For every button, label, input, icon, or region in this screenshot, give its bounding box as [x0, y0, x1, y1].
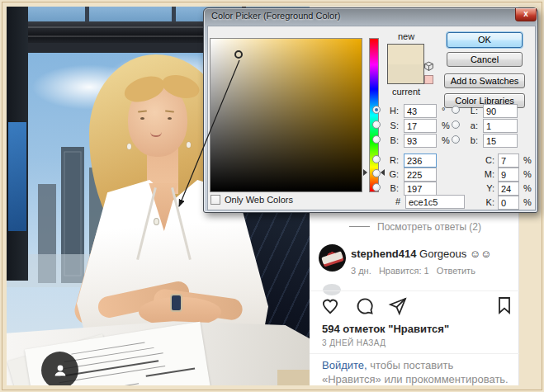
unit-y: % [523, 183, 532, 193]
input-r[interactable] [404, 153, 437, 168]
unit-m: % [523, 169, 532, 179]
earring [187, 142, 191, 148]
label-k: K: [476, 197, 494, 207]
comment-username[interactable]: stephend414 [351, 248, 416, 260]
input-s[interactable] [404, 119, 437, 133]
new-current-swatch [387, 44, 424, 84]
comment-reply-button[interactable]: Ответить [437, 266, 475, 276]
radio-h[interactable] [372, 106, 381, 114]
radio-b[interactable] [372, 135, 381, 144]
view-replies-link[interactable]: Посмотреть ответы (2) [377, 221, 481, 233]
post-timestamp: 3 ДНЕЙ НАЗАД [322, 338, 386, 347]
earring [127, 144, 131, 149]
screen-mullion [85, 7, 89, 23]
unit-h: ° [442, 106, 445, 116]
replies-dash [349, 226, 370, 227]
saturation-brightness-field[interactable] [210, 38, 362, 192]
unit-s: % [442, 120, 450, 130]
label-b: B: [382, 135, 399, 145]
label-l: L: [461, 106, 478, 116]
input-c[interactable] [498, 153, 519, 168]
unit-b: % [442, 135, 450, 145]
screenshot-frame: Посмотреть ответы (2) stephend414 Gorgeo… [0, 0, 544, 392]
gamut-color-swatch[interactable] [424, 75, 433, 84]
hex-hash-label: # [394, 196, 400, 206]
divider [310, 290, 519, 291]
comment-button[interactable] [355, 296, 375, 316]
comment-likes[interactable]: Нравится: 1 [379, 266, 429, 276]
bookmark-icon [494, 295, 514, 315]
studio-left-monitor-screen [8, 122, 26, 231]
paper-plane-icon [388, 296, 408, 316]
studio-floor [277, 370, 310, 385]
login-link[interactable]: Войдите, [322, 359, 367, 371]
only-web-colors-row: Only Web Colors [204, 193, 319, 207]
radio-r[interactable] [372, 155, 381, 163]
label-r: R: [382, 155, 399, 165]
input-y[interactable] [498, 182, 519, 196]
gamut-warning-cube-icon[interactable] [423, 61, 434, 72]
label-h: H: [382, 106, 399, 116]
input-l[interactable] [483, 104, 518, 118]
input-m[interactable] [498, 168, 519, 182]
label-g: G: [382, 169, 399, 179]
save-button[interactable] [494, 295, 514, 315]
login-prompt: Войдите, чтобы поставить «Нравится» или … [322, 358, 510, 386]
new-color-label: new [386, 31, 426, 41]
comment-text: Gorgeous ☺☺ [419, 248, 491, 260]
input-b[interactable] [404, 134, 437, 148]
comment-row: stephend414 Gorgeous ☺☺ [351, 248, 512, 260]
commenter-avatar[interactable] [319, 244, 346, 272]
divider [310, 353, 519, 354]
only-web-colors-checkbox[interactable] [211, 195, 220, 205]
tagged-people-button[interactable] [41, 352, 78, 385]
radio-a[interactable] [452, 120, 460, 129]
dialog-title: Color Picker (Foreground Color) [211, 11, 341, 21]
input-b3[interactable] [483, 134, 518, 148]
input-a[interactable] [483, 119, 518, 133]
label-y: Y: [476, 183, 494, 193]
hue-slider-arrow-left[interactable] [363, 169, 367, 176]
hex-input[interactable] [405, 195, 465, 209]
brooch [154, 218, 159, 225]
current-color-swatch[interactable] [388, 64, 423, 84]
next-comment-avatar-partial [323, 284, 341, 295]
input-g[interactable] [404, 168, 437, 182]
color-field-marker[interactable] [234, 50, 243, 59]
label-s: S: [382, 120, 399, 130]
input-h[interactable] [404, 104, 437, 118]
label-b3: b: [461, 135, 478, 145]
eye [140, 117, 144, 120]
comment-bubble-icon [355, 296, 375, 316]
comment-time: 3 дн. [351, 266, 371, 276]
label-c: C: [476, 155, 494, 165]
screen-mullion [172, 7, 176, 23]
unit-c: % [523, 155, 532, 165]
input-k[interactable] [498, 196, 519, 210]
person-icon [52, 362, 69, 379]
color-picker-dialog: Color Picker (Foreground Color) x new cu… [203, 7, 538, 213]
radio-s[interactable] [372, 120, 381, 129]
heart-icon [320, 296, 340, 316]
only-web-colors-label: Only Web Colors [225, 195, 293, 205]
comment-meta: 3 дн. Нравится: 1 Ответить [351, 266, 475, 276]
share-button[interactable] [388, 296, 408, 316]
ok-button[interactable]: OK [447, 32, 523, 48]
radio-g[interactable] [372, 169, 381, 177]
current-color-label: current [386, 87, 426, 97]
radio-b3[interactable] [452, 135, 460, 144]
add-to-swatches-button[interactable]: Add to Swatches [444, 73, 525, 88]
label-m: M: [476, 169, 494, 179]
radio-l[interactable] [452, 106, 460, 114]
radio-b2[interactable] [372, 183, 381, 191]
close-button[interactable]: x [515, 8, 537, 21]
unit-k: % [523, 197, 532, 207]
eye [168, 117, 172, 120]
cancel-button[interactable]: Cancel [447, 52, 523, 67]
new-color-swatch [388, 45, 423, 64]
label-a: a: [461, 120, 478, 130]
likes-count[interactable]: 594 отметок "Нравится" [322, 323, 449, 335]
input-b2[interactable] [404, 182, 437, 196]
like-button[interactable] [320, 296, 340, 316]
label-b2: B: [382, 183, 399, 193]
